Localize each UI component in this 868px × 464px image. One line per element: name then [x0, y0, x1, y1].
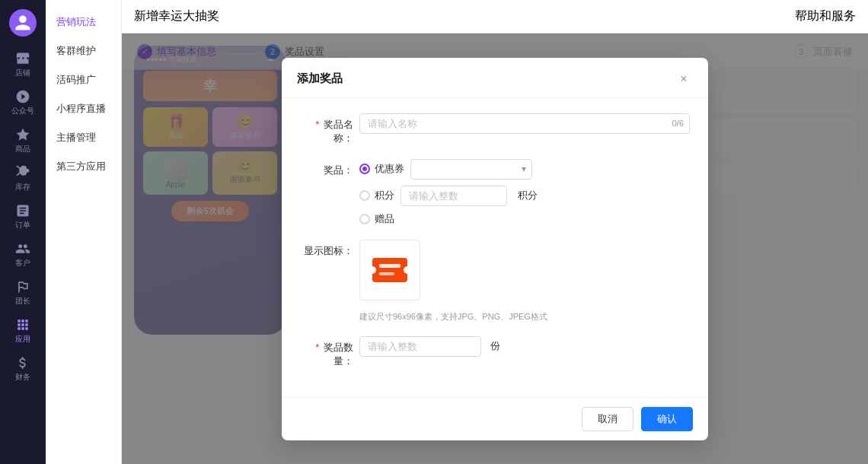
- leftnav-item-marketing[interactable]: 营销玩法: [46, 8, 121, 37]
- prize-type-row: 奖品： 优惠券: [300, 159, 690, 226]
- coupon-svg-icon: [369, 252, 411, 288]
- prize-count-control: 份: [359, 336, 690, 357]
- svg-point-2: [404, 266, 411, 274]
- radio-gift[interactable]: 赠品: [359, 212, 394, 226]
- modal-header: 添加奖品 ×: [282, 58, 708, 98]
- image-hint-text: 建议尺寸96x96像素，支持JPG、PNG、JPEG格式: [359, 311, 690, 323]
- required-mark: *: [315, 119, 319, 130]
- coupon-select-wrap: ▾: [410, 159, 532, 180]
- prize-count-unit: 份: [490, 339, 500, 353]
- prize-name-row: * 奖品名称： 0/6: [300, 113, 690, 145]
- radio-points[interactable]: 积分: [359, 189, 394, 202]
- leftnav-item-thirdparty[interactable]: 第三方应用: [46, 152, 121, 181]
- coupon-select[interactable]: [410, 159, 532, 180]
- topbar-title: 新增幸运大抽奖: [134, 8, 219, 24]
- modal-title: 添加奖品: [297, 72, 343, 86]
- prize-type-label: 奖品：: [300, 159, 353, 177]
- add-prize-modal: 添加奖品 × * 奖品名称： 0/6: [282, 58, 708, 440]
- display-icon-control: 建议尺寸96x96像素，支持JPG、PNG、JPEG格式: [359, 240, 690, 323]
- sidebar-item-store[interactable]: 店铺: [4, 46, 42, 84]
- modal-footer: 取消 确认: [282, 397, 708, 440]
- prize-name-label-text: 奖品名称：: [321, 119, 353, 144]
- leftnav-item-host[interactable]: 主播管理: [46, 123, 121, 152]
- sidebar-item-public[interactable]: 公众号: [4, 84, 42, 122]
- sidebar-label-product: 商品: [15, 144, 30, 154]
- prize-name-counter: 0/6: [672, 119, 684, 128]
- sidebar-label-store: 店铺: [15, 68, 30, 78]
- display-icon-label: 显示图标：: [300, 240, 353, 258]
- sidebar-item-product[interactable]: 商品: [4, 122, 42, 160]
- prize-name-input-wrap: 0/6: [359, 113, 690, 134]
- radio-gift-label: 赠品: [375, 212, 394, 226]
- sidebar-label-finance: 财务: [15, 372, 30, 383]
- sidebar-label-group: 团长: [15, 296, 30, 307]
- sidebar-label-inventory: 库存: [15, 182, 30, 192]
- leftnav-item-miniprogram[interactable]: 小程序直播: [46, 94, 121, 123]
- confirm-button[interactable]: 确认: [641, 407, 693, 431]
- prize-name-label: * 奖品名称：: [300, 113, 353, 145]
- leftnav-item-qrcode[interactable]: 活码推广: [46, 65, 121, 94]
- prize-type-control: 优惠券 ▾: [359, 159, 690, 226]
- prize-name-control: 0/6: [359, 113, 690, 134]
- main-content: 新增幸运大抽奖 帮助和服务 ●●●●● 中国联通☁ 幸 🎁商品 😊谢谢参与: [122, 0, 868, 464]
- sidebar-label-customer: 客户: [15, 258, 30, 269]
- prize-count-row: * 奖品数量： 份: [300, 336, 690, 368]
- topbar: 新增幸运大抽奖 帮助和服务: [122, 0, 868, 33]
- avatar[interactable]: [9, 9, 37, 37]
- sidebar-item-inventory[interactable]: 库存: [4, 160, 42, 198]
- radio-coupon[interactable]: 优惠券: [359, 162, 404, 176]
- sidebar-label-public: 公众号: [11, 106, 34, 116]
- sidebar-item-app[interactable]: 应用: [4, 312, 42, 350]
- radio-points-label: 积分: [375, 189, 394, 202]
- modal-backdrop: 添加奖品 × * 奖品名称： 0/6: [122, 33, 868, 464]
- sidebar-label-order: 订单: [15, 220, 30, 230]
- points-input-wrap: [400, 186, 507, 206]
- sidebar-item-customer[interactable]: 客户: [4, 236, 42, 274]
- sidebar-item-finance[interactable]: 财务: [4, 350, 42, 388]
- prize-count-label: * 奖品数量：: [300, 336, 353, 368]
- radio-gift-indicator: [359, 214, 370, 224]
- sidebar: 店铺 公众号 商品 库存 订单 客户 团长 应用 财务: [0, 0, 46, 464]
- modal-body: * 奖品名称： 0/6 奖品：: [282, 98, 708, 397]
- display-icon-row: 显示图标：: [300, 240, 690, 323]
- leftnav-item-customer-group[interactable]: 客群维护: [46, 37, 121, 65]
- prize-count-label-text: 奖品数量：: [321, 342, 353, 367]
- sidebar-item-order[interactable]: 订单: [4, 198, 42, 236]
- sidebar-label-app: 应用: [15, 334, 30, 345]
- prize-name-input[interactable]: [359, 113, 690, 134]
- svg-rect-4: [379, 272, 394, 275]
- required-mark-2: *: [315, 342, 319, 353]
- sidebar-item-group[interactable]: 团长: [4, 274, 42, 312]
- svg-rect-3: [379, 264, 400, 268]
- left-navigation: 营销玩法 客群维护 活码推广 小程序直播 主播管理 第三方应用: [46, 0, 122, 464]
- radio-points-indicator: [359, 190, 370, 201]
- points-unit: 积分: [518, 189, 538, 202]
- topbar-help[interactable]: 帮助和服务: [795, 8, 856, 24]
- modal-close-button[interactable]: ×: [675, 70, 693, 88]
- points-input[interactable]: [400, 186, 507, 206]
- icon-upload-button[interactable]: [359, 240, 420, 300]
- svg-rect-0: [372, 258, 407, 282]
- prize-count-input[interactable]: [359, 336, 481, 357]
- radio-coupon-indicator: [359, 164, 370, 174]
- cancel-button[interactable]: 取消: [582, 407, 633, 431]
- svg-point-1: [369, 266, 376, 274]
- radio-coupon-label: 优惠券: [375, 162, 404, 176]
